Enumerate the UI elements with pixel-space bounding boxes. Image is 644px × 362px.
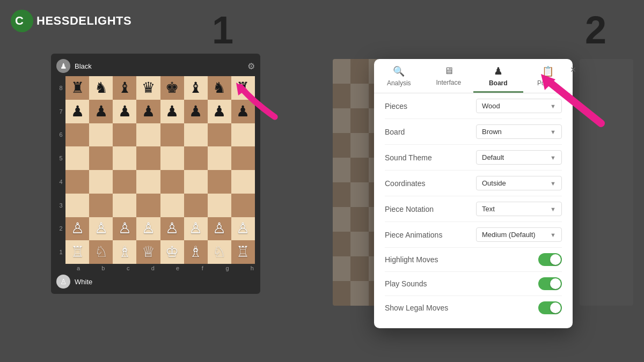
square-b6 <box>89 123 113 147</box>
square-a2: ♙ <box>65 217 89 241</box>
piece-notation-dropdown[interactable]: Text ▼ <box>476 202 562 216</box>
board-label: Board <box>385 128 405 136</box>
board-dropdown[interactable]: Brown ▼ <box>476 124 562 139</box>
coordinates-dropdown[interactable]: Outside ▼ <box>476 176 562 190</box>
rank-label: 7 <box>56 108 65 115</box>
highlight-moves-row: Highlight Moves <box>385 248 562 272</box>
square-g7: ♟ <box>208 100 231 123</box>
piece-notation-value: Text <box>482 205 495 213</box>
square-e5 <box>160 146 184 170</box>
pieces-label: Pieces <box>385 102 407 110</box>
sound-theme-value: Default <box>482 153 504 161</box>
tab-position[interactable]: 📋 Positi... <box>523 59 573 93</box>
logo-text: HESSDELIGHTS <box>36 14 131 28</box>
chess-board: ♜♞♝♛♚♝♞♜♟♟♟♟♟♟♟♟♙♙♙♙♙♙♙♙♖♘♗♕♔♗♘♖ <box>65 76 255 264</box>
piece-animations-dropdown[interactable]: Medium (Default) ▼ <box>476 227 562 242</box>
position-icon: 📋 <box>542 65 554 77</box>
settings-close-button[interactable]: × <box>567 63 580 76</box>
square-c1: ♗ <box>113 240 136 264</box>
rank-label: 1 <box>56 249 65 255</box>
tab-board[interactable]: ♟ Board <box>473 59 523 93</box>
square-c8: ♝ <box>113 76 136 100</box>
sound-theme-dropdown[interactable]: Default ▼ <box>476 150 562 165</box>
tab-interface[interactable]: 🖥 Interface <box>424 59 474 93</box>
white-label: White <box>75 278 92 286</box>
square-d4 <box>136 170 160 194</box>
logo-icon: C <box>11 10 33 32</box>
file-label: g <box>215 265 240 271</box>
piece-notation-arrow: ▼ <box>550 206 556 212</box>
file-label: b <box>91 265 115 271</box>
square-h2: ♙ <box>231 217 255 241</box>
square-b3 <box>89 194 113 217</box>
square-e7: ♟ <box>160 100 184 123</box>
piece-animations-label: Piece Animations <box>385 231 442 239</box>
play-sounds-toggle[interactable] <box>538 277 562 290</box>
square-d5 <box>136 146 160 170</box>
play-sounds-label: Play Sounds <box>385 279 427 288</box>
pieces-dropdown[interactable]: Wood ▼ <box>476 99 562 113</box>
square-a1: ♖ <box>65 240 89 264</box>
square-g5 <box>208 146 231 170</box>
pieces-arrow: ▼ <box>550 103 556 109</box>
rank-label: 8 <box>56 85 65 91</box>
board-row: Board Brown ▼ <box>385 119 562 145</box>
coordinates-value: Outside <box>482 179 506 187</box>
square-e4 <box>160 170 184 194</box>
settings-body: Pieces Wood ▼ Board Brown ▼ Sound Theme … <box>374 93 573 328</box>
square-h6 <box>231 123 255 147</box>
square-c4 <box>113 170 136 194</box>
highlight-moves-toggle[interactable] <box>538 253 562 266</box>
square-f7: ♟ <box>184 100 208 123</box>
show-legal-moves-toggle[interactable] <box>538 301 562 314</box>
piece-notation-row: Piece Notation Text ▼ <box>385 196 562 222</box>
tab-position-label: Positi... <box>537 79 558 87</box>
show-legal-moves-label: Show Legal Moves <box>385 304 448 312</box>
coordinates-arrow: ▼ <box>550 180 556 187</box>
pieces-value: Wood <box>482 102 500 110</box>
highlight-moves-label: Highlight Moves <box>385 255 438 264</box>
square-e2: ♙ <box>160 217 184 241</box>
square-c7: ♟ <box>113 100 136 123</box>
board-icon: ♟ <box>494 65 502 77</box>
file-label: h <box>240 265 265 271</box>
file-label: d <box>141 265 165 271</box>
square-d7: ♟ <box>136 100 160 123</box>
square-f6 <box>184 123 208 147</box>
square-g2: ♙ <box>208 217 231 241</box>
square-h7: ♟ <box>231 100 255 123</box>
rank-labels: 87654321 <box>56 76 65 264</box>
square-e3 <box>160 194 184 217</box>
square-d6 <box>136 123 160 147</box>
square-b1: ♘ <box>89 240 113 264</box>
chess-panel-footer: ♙ White <box>56 275 255 289</box>
coordinates-row: Coordinates Outside ▼ <box>385 171 562 196</box>
square-h4 <box>231 170 255 194</box>
square-b4 <box>89 170 113 194</box>
square-a7: ♟ <box>65 100 89 123</box>
square-g8: ♞ <box>208 76 231 100</box>
square-g1: ♘ <box>208 240 231 264</box>
piece-notation-label: Piece Notation <box>385 205 434 213</box>
square-h5 <box>231 146 255 170</box>
square-b7: ♟ <box>89 100 113 123</box>
square-g4 <box>208 170 231 194</box>
tab-analysis[interactable]: 🔍 Analysis <box>374 59 424 93</box>
square-d1: ♕ <box>136 240 160 264</box>
logo-header: C HESSDELIGHTS <box>11 10 131 32</box>
settings-gear-button[interactable]: ⚙ <box>247 61 255 71</box>
step-2-label: 2 <box>585 8 606 52</box>
chess-panel: ♟ Black ⚙ 87654321 ♜♞♝♛♚♝♞♜♟♟♟♟♟♟♟♟♙♙♙♙♙… <box>51 54 260 294</box>
square-b8: ♞ <box>89 76 113 100</box>
rank-label: 5 <box>56 155 65 161</box>
board-wrapper: 87654321 ♜♞♝♛♚♝♞♜♟♟♟♟♟♟♟♟♙♙♙♙♙♙♙♙♖♘♗♕♔♗♘… <box>56 76 255 264</box>
tab-board-label: Board <box>489 79 508 87</box>
analysis-icon: 🔍 <box>393 65 405 77</box>
square-d2: ♙ <box>136 217 160 241</box>
square-h8: ♜ <box>231 76 255 100</box>
rank-label: 6 <box>56 131 65 138</box>
square-a5 <box>65 146 89 170</box>
file-label: c <box>116 265 141 271</box>
board-value: Brown <box>482 128 502 136</box>
square-c2: ♙ <box>113 217 136 241</box>
